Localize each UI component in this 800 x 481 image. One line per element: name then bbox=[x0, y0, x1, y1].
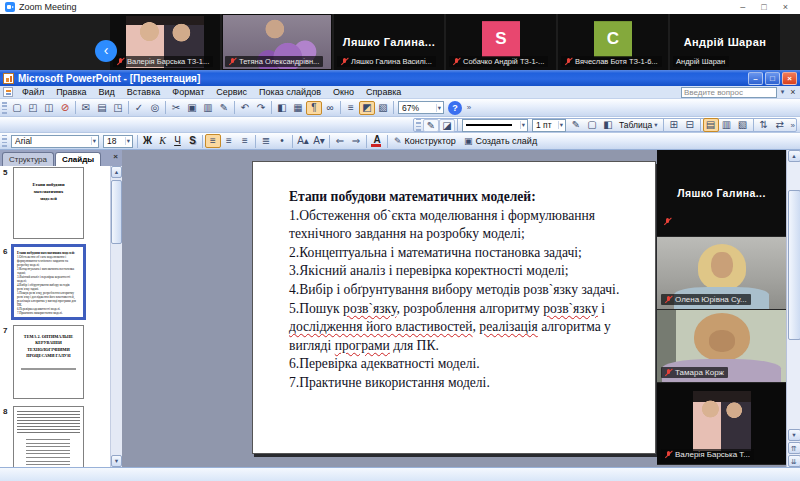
scroll-up-button[interactable]: ▲ bbox=[788, 150, 800, 162]
participant-tile[interactable]: Андрій ШаранАндрій Шаран bbox=[670, 14, 780, 70]
split-cells-icon[interactable]: ⊟ bbox=[682, 118, 698, 132]
redo-icon[interactable]: ↷ bbox=[253, 101, 269, 115]
format-painter-icon[interactable]: ✎ bbox=[216, 101, 232, 115]
ppt-minimize-button[interactable]: – bbox=[748, 72, 763, 85]
ask-question-dropdown-icon[interactable]: ▾ bbox=[778, 88, 787, 96]
scrollbar-thumb[interactable] bbox=[788, 190, 800, 340]
toolbar-grip[interactable] bbox=[2, 135, 7, 147]
slide-8-thumbnail[interactable] bbox=[13, 406, 84, 467]
menu-item[interactable]: Формат bbox=[166, 86, 210, 98]
border-weight-select[interactable]: 1 пт ▾ bbox=[532, 119, 566, 132]
chart-icon[interactable]: ◧ bbox=[274, 101, 290, 115]
cut-icon[interactable]: ✂ bbox=[168, 101, 184, 115]
slide-6-thumbnail[interactable]: Етапи побудови математичних моделей:1.Об… bbox=[13, 246, 84, 318]
menubar-close-icon[interactable]: × bbox=[788, 87, 798, 97]
menu-item[interactable]: Правка bbox=[50, 86, 92, 98]
font-size-select[interactable]: 18 ▾ bbox=[103, 135, 133, 148]
align-right-button[interactable]: ≡ bbox=[237, 134, 253, 148]
ppt-close-button[interactable]: × bbox=[782, 72, 797, 85]
border-style-select[interactable]: ▾ bbox=[462, 119, 528, 132]
menu-item[interactable]: Вставка bbox=[121, 86, 166, 98]
main-scrollbar[interactable]: ▲ ▼ ⇈ ⇊ bbox=[786, 150, 800, 467]
chevron-down-icon[interactable]: ▾ bbox=[558, 121, 564, 129]
menu-item[interactable]: Окно bbox=[327, 86, 360, 98]
distribute-columns-icon[interactable]: ⇄ bbox=[772, 118, 788, 132]
italic-button[interactable]: К bbox=[155, 134, 170, 148]
decrease-font-button[interactable]: А▾ bbox=[311, 134, 327, 148]
participant-tile[interactable]: Олена Юрівна Су... bbox=[657, 237, 786, 310]
tab-slides[interactable]: Слайды bbox=[55, 152, 101, 166]
decrease-indent-button[interactable]: ⇐ bbox=[332, 134, 348, 148]
fill-color-icon[interactable]: ◧ bbox=[600, 118, 616, 132]
save-icon[interactable]: ◫ bbox=[41, 101, 57, 115]
new-icon[interactable]: ▢ bbox=[9, 101, 25, 115]
numbering-button[interactable]: ≣ bbox=[258, 134, 274, 148]
participant-tile[interactable]: Тамара Корж bbox=[657, 310, 786, 383]
chevron-down-icon[interactable]: ▾ bbox=[91, 137, 97, 145]
shadow-button[interactable]: S bbox=[185, 134, 200, 148]
spelling-icon[interactable]: ✓ bbox=[131, 101, 147, 115]
permission-icon[interactable]: ⊘ bbox=[57, 101, 73, 115]
align-bottom-icon[interactable]: ▧ bbox=[735, 118, 751, 132]
draw-table-icon[interactable]: ✎ bbox=[423, 119, 439, 132]
pen-color-icon[interactable]: ✎ bbox=[568, 118, 584, 132]
zoom-minimize-button[interactable]: – bbox=[740, 0, 745, 14]
tab-outline[interactable]: Структура bbox=[2, 152, 54, 166]
show-formatting-icon[interactable]: ¶ bbox=[306, 101, 322, 115]
eraser-icon[interactable]: ◪ bbox=[439, 119, 455, 132]
toolbar-grip[interactable] bbox=[416, 119, 421, 131]
increase-indent-button[interactable]: ⇒ bbox=[348, 134, 364, 148]
scroll-down-button[interactable]: ▼ bbox=[788, 429, 800, 441]
print-preview-icon[interactable]: ◳ bbox=[110, 101, 126, 115]
collapse-strip-button[interactable]: ‹ bbox=[95, 40, 117, 62]
expand-all-icon[interactable]: ≡ bbox=[343, 101, 359, 115]
font-name-select[interactable]: Arial ▾ bbox=[11, 135, 99, 148]
previous-slide-button[interactable]: ⇈ bbox=[788, 442, 800, 454]
participant-tile[interactable]: Ляшко Галина...Ляшко Галина Василі... bbox=[334, 14, 444, 70]
participant-tile[interactable]: SСобачко Андрій ТЗ-1-... bbox=[446, 14, 556, 70]
bullets-button[interactable]: • bbox=[274, 134, 290, 148]
zoom-level-select[interactable]: 67% ▾ bbox=[398, 101, 444, 114]
center-vertically-icon[interactable]: ▥ bbox=[719, 118, 735, 132]
ask-question-box[interactable]: Введите вопрос bbox=[681, 87, 777, 98]
menu-item[interactable]: Сервис bbox=[210, 86, 253, 98]
chevron-down-icon[interactable]: ▾ bbox=[436, 104, 442, 112]
align-top-icon[interactable]: ▤ bbox=[703, 118, 719, 132]
copy-icon[interactable]: ▣ bbox=[184, 101, 200, 115]
align-center-button[interactable]: ≡ bbox=[221, 134, 237, 148]
participant-tile[interactable]: Тетяна Олександрівн... bbox=[222, 14, 332, 70]
outside-border-icon[interactable]: ▢ bbox=[584, 118, 600, 132]
slide-7-thumbnail[interactable]: ТЕМА 2. ОПТИМАЛЬНЕКЕРУВАННЯТЕХНОЛОГІЧНИМ… bbox=[13, 325, 84, 399]
ppt-restore-button[interactable]: □ bbox=[765, 72, 780, 85]
bold-button[interactable]: Ж bbox=[140, 134, 155, 148]
chevron-down-icon[interactable]: ▾ bbox=[125, 137, 131, 145]
font-color-button[interactable]: А bbox=[369, 134, 385, 148]
zoom-maximize-button[interactable]: □ bbox=[761, 0, 766, 14]
menu-item[interactable]: Справка bbox=[360, 86, 407, 98]
table-menu-button[interactable]: Таблица ▾ bbox=[616, 120, 661, 130]
participant-tile[interactable]: CВячеслав Ботя ТЗ-1-6... bbox=[558, 14, 668, 70]
scroll-up-button[interactable]: ▲ bbox=[111, 166, 122, 178]
email-icon[interactable]: ✉ bbox=[78, 101, 94, 115]
help-button[interactable]: ? bbox=[448, 101, 462, 115]
print-icon[interactable]: ▤ bbox=[94, 101, 110, 115]
increase-font-button[interactable]: А▴ bbox=[295, 134, 311, 148]
undo-icon[interactable]: ↶ bbox=[237, 101, 253, 115]
toolbar-overflow-icon[interactable]: » bbox=[790, 121, 796, 130]
menu-item[interactable]: Показ слайдов bbox=[253, 86, 327, 98]
scroll-down-button[interactable]: ▼ bbox=[111, 455, 122, 467]
participant-tile[interactable]: Валерія Барська Т... bbox=[657, 383, 786, 465]
zoom-close-button[interactable]: × bbox=[783, 0, 788, 14]
insert-table-icon[interactable]: ▦ bbox=[290, 101, 306, 115]
distribute-rows-icon[interactable]: ⇅ bbox=[756, 118, 772, 132]
align-left-button[interactable]: ≡ bbox=[205, 134, 221, 148]
design-button[interactable]: ✎ Конструктор bbox=[390, 136, 460, 146]
new-slide-button[interactable]: ▣ Создать слайд bbox=[460, 136, 541, 146]
menu-item[interactable]: Вид bbox=[93, 86, 121, 98]
menu-item[interactable]: Файл bbox=[16, 86, 50, 98]
color-view-icon[interactable]: ▧ bbox=[375, 101, 391, 115]
scrollbar-thumb[interactable] bbox=[111, 180, 122, 244]
pane-scrollbar[interactable]: ▲ ▼ bbox=[110, 166, 122, 467]
slide-5-thumbnail[interactable]: Етапи побудовиматематичнихмоделей bbox=[13, 167, 84, 239]
pane-close-button[interactable]: × bbox=[110, 152, 121, 163]
